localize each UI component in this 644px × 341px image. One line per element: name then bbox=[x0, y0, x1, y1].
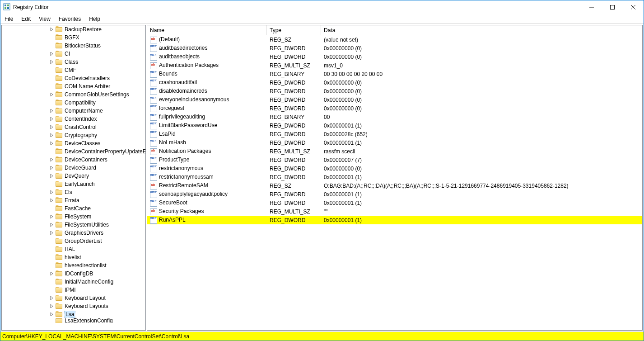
expand-icon[interactable] bbox=[49, 313, 55, 316]
value-type-cell: REG_DWORD bbox=[267, 191, 321, 198]
tree-item[interactable]: FastCache bbox=[2, 204, 146, 213]
tree-item[interactable]: BackupRestore bbox=[2, 25, 146, 33]
tree-item[interactable]: CommonGlobUserSettings bbox=[2, 90, 146, 99]
list-row[interactable]: (Default)REG_SZ(value not set) bbox=[147, 35, 642, 44]
list-row[interactable]: disabledomaincredsREG_DWORD0x00000000 (0… bbox=[147, 87, 642, 95]
column-header-data[interactable]: Data bbox=[321, 25, 642, 35]
expand-icon[interactable] bbox=[49, 109, 55, 113]
tree-item[interactable]: hiveredirectionlist bbox=[2, 261, 146, 270]
expand-icon[interactable] bbox=[49, 223, 55, 227]
tree-item[interactable]: DevQuery bbox=[2, 172, 146, 180]
tree-item[interactable]: Cryptography bbox=[2, 131, 146, 139]
expand-icon[interactable] bbox=[49, 190, 55, 194]
titlebar[interactable]: Registry Editor bbox=[0, 0, 644, 14]
expand-icon[interactable] bbox=[49, 142, 55, 145]
tree-item[interactable]: CrashControl bbox=[2, 123, 146, 131]
tree-item[interactable]: DeviceContainerPropertyUpdateEvents bbox=[2, 147, 146, 156]
tree-item[interactable]: hivelist bbox=[2, 253, 146, 261]
menu-view[interactable]: View bbox=[35, 15, 55, 23]
list-row[interactable]: auditbaseobjectsREG_DWORD0x00000000 (0) bbox=[147, 52, 642, 61]
list-row[interactable]: RunAsPPLREG_DWORD0x00000001 (1) bbox=[147, 216, 642, 224]
tree-item-label: DevQuery bbox=[65, 173, 89, 179]
list-row[interactable]: auditbasedirectoriesREG_DWORD0x00000000 … bbox=[147, 44, 642, 52]
list-row[interactable]: Security PackagesREG_MULTI_SZ"" bbox=[147, 207, 642, 216]
tree-item[interactable]: GroupOrderList bbox=[2, 237, 146, 245]
expand-icon[interactable] bbox=[49, 231, 55, 235]
list-header[interactable]: Name Type Data bbox=[147, 25, 642, 35]
list-row[interactable]: SecureBootREG_DWORD0x00000001 (1) bbox=[147, 199, 642, 207]
tree-item[interactable]: IDConfigDB bbox=[2, 270, 146, 278]
expand-icon[interactable] bbox=[49, 304, 55, 308]
tree-item[interactable]: ComputerName bbox=[2, 107, 146, 115]
list-row[interactable]: scenoapplylegacyauditpolicyREG_DWORD0x00… bbox=[147, 190, 642, 199]
tree-item[interactable]: DeviceContainers bbox=[2, 156, 146, 164]
tree-item[interactable]: FileSystem bbox=[2, 213, 146, 221]
tree-item[interactable]: BitlockerStatus bbox=[2, 42, 146, 50]
expand-icon[interactable] bbox=[49, 158, 55, 161]
tree-item-label: ContentIndex bbox=[65, 116, 97, 122]
tree-pane[interactable]: BackupRestoreBGFXBitlockerStatusCIClassC… bbox=[1, 25, 146, 331]
tree-item[interactable]: Keyboard Layouts bbox=[2, 302, 146, 310]
tree-item[interactable]: LsaExtensionConfig bbox=[2, 318, 146, 323]
column-header-name[interactable]: Name bbox=[147, 25, 267, 35]
tree-item[interactable]: CMF bbox=[2, 66, 146, 74]
tree-item[interactable]: CoDeviceInstallers bbox=[2, 74, 146, 82]
list-row[interactable]: fullprivilegeauditingREG_BINARY00 bbox=[147, 113, 642, 121]
tree-item[interactable]: GraphicsDrivers bbox=[2, 229, 146, 237]
tree-item[interactable]: BGFX bbox=[2, 33, 146, 42]
folder-icon bbox=[56, 165, 63, 171]
tree-item[interactable]: InitialMachineConfig bbox=[2, 278, 146, 286]
list-row[interactable]: RestrictRemoteSAMREG_SZO:BAG:BAD:(A;;RC;… bbox=[147, 181, 642, 190]
expand-icon[interactable] bbox=[49, 272, 55, 275]
expand-icon[interactable] bbox=[49, 125, 55, 129]
expand-icon[interactable] bbox=[49, 199, 55, 202]
list-row[interactable]: crashonauditfailREG_DWORD0x00000000 (0) bbox=[147, 78, 642, 87]
menu-favorites[interactable]: Favorites bbox=[55, 15, 85, 23]
tree-item[interactable]: Class bbox=[2, 58, 146, 66]
list-row[interactable]: Authentication PackagesREG_MULTI_SZmsv1_… bbox=[147, 61, 642, 70]
list-row[interactable]: LsaPidREG_DWORD0x0000028c (652) bbox=[147, 130, 642, 138]
tree-item[interactable]: FileSystemUtilities bbox=[2, 221, 146, 229]
tree-item[interactable]: EarlyLaunch bbox=[2, 180, 146, 188]
tree-item[interactable]: COM Name Arbiter bbox=[2, 82, 146, 90]
tree-item[interactable]: IPMI bbox=[2, 286, 146, 294]
menu-help[interactable]: Help bbox=[85, 15, 104, 23]
list-row[interactable]: ProductTypeREG_DWORD0x00000007 (7) bbox=[147, 156, 642, 164]
tree-item[interactable]: Keyboard Layout bbox=[2, 294, 146, 302]
expand-icon[interactable] bbox=[49, 215, 55, 218]
list-row[interactable]: everyoneincludesanonymousREG_DWORD0x0000… bbox=[147, 95, 642, 104]
expand-icon[interactable] bbox=[49, 28, 55, 31]
list-row[interactable]: restrictanonymousREG_DWORD0x00000000 (0) bbox=[147, 164, 642, 173]
tree-item[interactable]: HAL bbox=[2, 245, 146, 253]
expand-icon[interactable] bbox=[49, 296, 55, 300]
list-row[interactable]: BoundsREG_BINARY00 30 00 00 00 20 00 00 bbox=[147, 70, 642, 78]
list-pane[interactable]: Name Type Data (Default)REG_SZ(value not… bbox=[147, 25, 643, 331]
expand-icon[interactable] bbox=[49, 117, 55, 121]
tree-item[interactable]: ContentIndex bbox=[2, 115, 146, 123]
close-button[interactable] bbox=[623, 0, 644, 14]
list-row[interactable]: Notification PackagesREG_MULTI_SZrassfm … bbox=[147, 147, 642, 156]
menu-file[interactable]: File bbox=[0, 15, 17, 23]
tree-item[interactable]: DeviceGuard bbox=[2, 164, 146, 172]
menu-edit[interactable]: Edit bbox=[17, 15, 35, 23]
tree-item[interactable]: Compatibility bbox=[2, 99, 146, 107]
list-row[interactable]: restrictanonymoussamREG_DWORD0x00000001 … bbox=[147, 173, 642, 181]
maximize-button[interactable] bbox=[602, 0, 623, 14]
tree-item[interactable]: Errata bbox=[2, 196, 146, 204]
tree-item[interactable]: Els bbox=[2, 188, 146, 196]
tree-item[interactable]: CI bbox=[2, 50, 146, 58]
tree-item[interactable]: DeviceClasses bbox=[2, 139, 146, 147]
expand-icon[interactable] bbox=[49, 174, 55, 178]
list-row[interactable]: NoLmHashREG_DWORD0x00000001 (1) bbox=[147, 138, 642, 147]
list-row[interactable]: LimitBlankPasswordUseREG_DWORD0x00000001… bbox=[147, 121, 642, 130]
list-row[interactable]: forceguestREG_DWORD0x00000000 (0) bbox=[147, 104, 642, 113]
minimize-button[interactable] bbox=[581, 0, 602, 14]
expand-icon[interactable] bbox=[49, 166, 55, 170]
expand-icon[interactable] bbox=[49, 52, 55, 56]
column-header-type[interactable]: Type bbox=[267, 25, 321, 35]
expand-icon[interactable] bbox=[49, 60, 55, 64]
tree-item[interactable]: Lsa bbox=[2, 310, 146, 318]
expand-icon[interactable] bbox=[49, 93, 55, 96]
expand-icon[interactable] bbox=[49, 133, 55, 137]
tree-item-label: DeviceGuard bbox=[65, 165, 96, 171]
